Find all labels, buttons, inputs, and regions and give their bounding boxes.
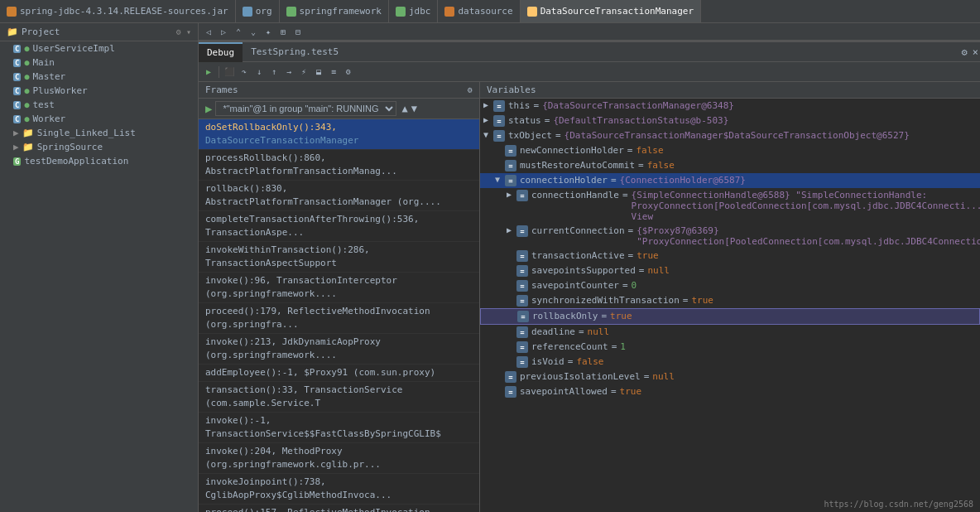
settings-toolbar-btn[interactable]: ⚙ (342, 65, 355, 79)
thread-nav-up[interactable]: ▲ (401, 103, 407, 114)
frame-item[interactable]: addEmployee():-1, $Proxy91 (com.sun.prox… (199, 365, 479, 382)
top-tab-datasource[interactable]: datasource (438, 0, 520, 23)
expand-arrow-icon: ▶ (13, 142, 19, 152)
var-field-icon: = (493, 130, 505, 142)
var-field-icon: = (505, 175, 516, 186)
frame-item[interactable]: rollback():830, AbstractPlatformTransact… (199, 181, 479, 211)
stop-btn[interactable]: ⬛ (223, 65, 236, 79)
top-tab-jar[interactable]: spring-jdbc-4.3.14.RELEASE-sources.jar (0, 0, 236, 23)
frame-item[interactable]: invokeJoinpoint():738, CglibAopProxy$Cgl… (199, 474, 479, 505)
step-into-btn[interactable]: ↓ (252, 65, 266, 79)
main-layout: 📁 Project ⚙ ▾ C ● UserServiceImpl C ● Ma… (0, 23, 980, 512)
sidebar-item-master[interactable]: C ● Master (0, 70, 198, 84)
var-item-status[interactable]: ▶ = status = {DefaultTransactionStatus@b… (480, 114, 980, 128)
frame-item[interactable]: completeTransactionAfterThrowing():536, … (199, 211, 479, 242)
toolbar-nav-back[interactable]: ◁ (202, 25, 215, 38)
sidebar-item-main[interactable]: C ● Main (0, 56, 198, 70)
step-out-btn[interactable]: ↑ (267, 65, 281, 79)
variables-title: Variables (487, 85, 536, 95)
sidebar-item-label: Main (32, 57, 55, 68)
sidebar-item-test[interactable]: C ● test (0, 98, 198, 112)
jar-icon (7, 7, 17, 17)
toolbar-nav-next[interactable]: ⌄ (247, 25, 260, 38)
var-item-mustrestore[interactable]: = mustRestoreAutoCommit = false (480, 158, 980, 173)
green-dot-icon: ● (24, 44, 29, 53)
var-item-txobject[interactable]: ▼ = txObject = {DataSourceTransactionMan… (480, 128, 980, 143)
class-c-icon: C (13, 87, 21, 95)
expand-arrow-icon[interactable]: ▼ (495, 175, 505, 184)
toolbar-btn-1[interactable]: ✦ (262, 25, 275, 38)
sidebar-item-testdemo[interactable]: G testDemoApplication (0, 154, 198, 168)
sidebar-item-userserviceimpl[interactable]: C ● UserServiceImpl (0, 41, 198, 56)
var-item-this[interactable]: ▶ = this = {DataSourceTransactionManager… (480, 99, 980, 114)
var-item-refcount[interactable]: = referenceCount = 1 (480, 340, 980, 355)
frame-item[interactable]: invoke():-1, TransactionService$$FastCla… (199, 413, 479, 443)
frame-item[interactable]: processRollback():860, AbstractPlatformT… (199, 150, 479, 181)
frame-item[interactable]: doSetRollbackOnly():343, DataSourceTrans… (199, 119, 479, 150)
frame-item[interactable]: proceed():179, ReflectiveMethodInvocatio… (199, 303, 479, 334)
var-item-savepointctr[interactable]: = savepointCounter = 0 (480, 278, 980, 293)
step-cursor-btn[interactable]: → (282, 65, 295, 79)
frame-item[interactable]: invoke():96, TransactionInterceptor (org… (199, 273, 479, 303)
debug-tab-testspring[interactable]: TestSpring.test5 (243, 42, 347, 62)
expand-arrow-icon[interactable]: ▶ (507, 225, 516, 234)
step-over-btn[interactable]: ↷ (238, 65, 251, 79)
var-item-connholder[interactable]: ▼ = connectionHolder = {ConnectionHolder… (480, 173, 980, 188)
frame-item[interactable]: invokeWithinTransaction():286, Transacti… (199, 242, 479, 273)
var-item-syncwithtx[interactable]: = synchronizedWithTransaction = true (480, 293, 980, 308)
sidebar-item-worker[interactable]: C ● Worker (0, 112, 198, 126)
expand-arrow-icon[interactable]: ▶ (483, 100, 493, 109)
var-field-icon: = (517, 311, 529, 322)
threads-btn[interactable]: ≡ (327, 65, 340, 79)
var-item-newconnholder[interactable]: = newConnectionHolder = false (480, 143, 980, 158)
sidebar-item-plusworker[interactable]: C ● PlusWorker (0, 84, 198, 98)
close-panel-icon[interactable]: × (971, 46, 980, 58)
thread-selector[interactable]: *"main"@1 in group "main": RUNNING (215, 101, 396, 116)
top-tab-org-label: org (256, 6, 272, 17)
top-tab-org[interactable]: org (236, 0, 280, 23)
var-item-deadline[interactable]: = deadline = null (480, 325, 980, 340)
expand-arrow-icon[interactable]: ▼ (483, 130, 493, 139)
var-field-icon: = (505, 160, 516, 171)
var-item-savepointssupp[interactable]: = savepointsSupported = null (480, 263, 980, 278)
expand-arrow-icon[interactable]: ▶ (483, 115, 493, 124)
var-item-txactive[interactable]: = transactionActive = true (480, 249, 980, 263)
top-tab-springframework[interactable]: springframework (280, 0, 389, 23)
class-c-icon: C (13, 45, 21, 53)
org-icon (243, 7, 252, 17)
top-tab-dsmanager[interactable]: DataSourceTransactionManager (521, 0, 701, 23)
project-icon: 📁 (7, 27, 18, 37)
toolbar-nav-prev[interactable]: ⌃ (232, 25, 245, 38)
sidebar-item-linked-list[interactable]: ▶ 📁 Single_Linked_List (0, 126, 198, 140)
eval-btn[interactable]: ⚡ (297, 65, 310, 79)
frames-btn[interactable]: ⬓ (312, 65, 325, 79)
sidebar: 📁 Project ⚙ ▾ C ● UserServiceImpl C ● Ma… (0, 23, 199, 512)
toolbar-nav-fwd[interactable]: ▷ (217, 25, 230, 38)
thread-nav-down[interactable]: ▼ (411, 103, 417, 114)
variables-header: Variables (480, 82, 980, 99)
toolbar-btn-2[interactable]: ⊞ (276, 25, 290, 38)
var-item-previso[interactable]: = previousIsolationLevel = null (480, 370, 980, 384)
expand-arrow-icon[interactable]: ▶ (507, 190, 516, 199)
var-item-connhandle[interactable]: ▶ = connectionHandle = {SimpleConnection… (480, 188, 980, 224)
frame-item[interactable]: proceed():157, ReflectiveMethodInvocatio… (199, 505, 479, 512)
var-item-currentconn[interactable]: ▶ = currentConnection = {$Proxy87@6369} … (480, 224, 980, 249)
var-field-icon: = (493, 115, 505, 127)
frames-settings-icon[interactable]: ⚙ (468, 85, 473, 94)
var-field-icon: = (516, 341, 528, 353)
debug-tab-debug[interactable]: Debug (199, 42, 243, 62)
settings-icon[interactable]: ⚙ (960, 46, 969, 58)
run-icon: ▶ (205, 102, 212, 115)
frame-item[interactable]: invoke():213, JdkDynamicAopProxy (org.sp… (199, 334, 479, 365)
frame-item[interactable]: invoke():204, MethodProxy (org.springfra… (199, 443, 479, 474)
green-dot-icon: ● (24, 86, 29, 95)
sidebar-item-springsource[interactable]: ▶ 📁 SpringSource (0, 140, 198, 154)
var-item-savepointallowed[interactable]: = savepointAllowed = true (480, 384, 980, 399)
resume-btn[interactable]: ▶ (202, 65, 215, 79)
debug-tab-label: TestSpring.test5 (251, 46, 339, 57)
frame-item[interactable]: transaction():33, TransactionService (co… (199, 382, 479, 413)
var-item-isvoid[interactable]: = isVoid = false (480, 355, 980, 370)
toolbar-btn-3[interactable]: ⊟ (291, 25, 305, 38)
var-item-rollbackonly[interactable]: = rollbackOnly = true (480, 308, 980, 325)
top-tab-jdbc[interactable]: jdbc (389, 0, 439, 23)
